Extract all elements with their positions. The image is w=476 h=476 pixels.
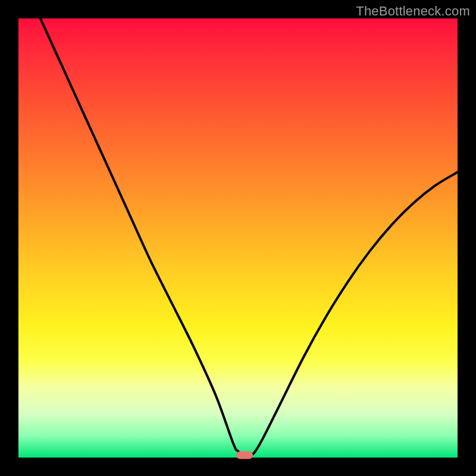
watermark-text: TheBottleneck.com — [356, 4, 470, 19]
optimal-point-marker — [236, 452, 253, 459]
plot-area — [18, 18, 458, 458]
chart-frame: TheBottleneck.com — [0, 0, 476, 476]
bottleneck-curve — [18, 18, 458, 458]
